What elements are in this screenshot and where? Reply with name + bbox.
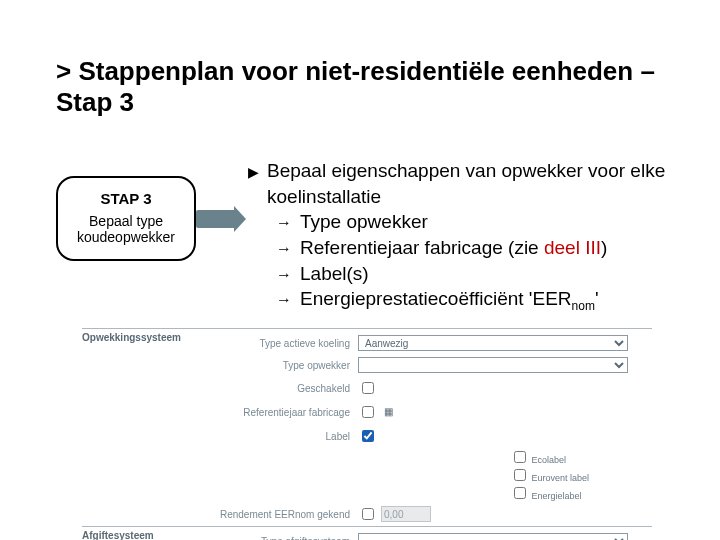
sub-item-year: Referentiejaar fabricage (zie deel III) <box>300 235 607 261</box>
field-label-label: Label <box>210 431 358 442</box>
label-energielabel: Energielabel <box>532 491 582 501</box>
step-desc: Bepaal type koudeopwekker <box>64 213 188 245</box>
sub-item-labels: Label(s) <box>300 261 369 287</box>
checkbox-linked[interactable] <box>362 382 374 394</box>
step-box: STAP 3 Bepaal type koudeopwekker <box>56 176 196 261</box>
section-header-emission: Afgiftesysteem <box>82 530 210 540</box>
sub-item-eer: Energieprestatiecoëfficiënt 'EERnom' <box>300 286 599 314</box>
checkbox-ecolabel[interactable] <box>514 451 526 463</box>
bullet-list: ▶ Bepaal eigenschappen van opwekker voor… <box>244 158 696 314</box>
arrow-connector <box>196 206 244 230</box>
content-area: STAP 3 Bepaal type koudeopwekker ▶ Bepaa… <box>56 158 696 314</box>
field-label-emission-type: Type afgiftesysteem <box>210 536 358 541</box>
field-label-cooling-type: Type actieve koeling <box>210 338 358 349</box>
arrow-right-icon: → <box>276 235 292 261</box>
step-label: STAP 3 <box>64 190 188 207</box>
select-generator-type[interactable] <box>358 357 628 373</box>
triangle-bullet-icon: ▶ <box>248 158 259 209</box>
sub-item-type: Type opwekker <box>300 209 428 235</box>
link-deel-iii: deel III <box>544 237 601 258</box>
field-label-reference-year: Referentiejaar fabricage <box>210 407 358 418</box>
checkbox-eer-known[interactable] <box>362 508 374 520</box>
field-label-linked: Geschakeld <box>210 383 358 394</box>
page-title: > Stappenplan voor niet-residentiële een… <box>56 56 664 118</box>
field-label-eer-known: Rendement EERnom gekend <box>210 509 358 520</box>
checkbox-label[interactable] <box>362 430 374 442</box>
form-screenshot: Opwekkingssysteem Type actieve koeling A… <box>82 328 652 540</box>
field-label-generator-type: Type opwekker <box>210 360 358 371</box>
input-eer-value <box>381 506 431 522</box>
checkbox-eurovent[interactable] <box>514 469 526 481</box>
checkbox-year-known[interactable] <box>362 406 374 418</box>
arrow-right-icon: → <box>276 209 292 235</box>
select-emission-type[interactable] <box>358 533 628 540</box>
label-eurovent: Eurovent label <box>532 473 590 483</box>
calendar-icon[interactable]: ▦ <box>381 405 395 419</box>
checkbox-energielabel[interactable] <box>514 487 526 499</box>
select-cooling-type[interactable]: Aanwezig <box>358 335 628 351</box>
label-ecolabel: Ecolabel <box>532 455 567 465</box>
bullet-lead: Bepaal eigenschappen van opwekker voor e… <box>267 158 696 209</box>
section-header-generation: Opwekkingssysteem <box>82 332 210 526</box>
arrow-right-icon: → <box>276 261 292 287</box>
arrow-right-icon: → <box>276 286 292 314</box>
